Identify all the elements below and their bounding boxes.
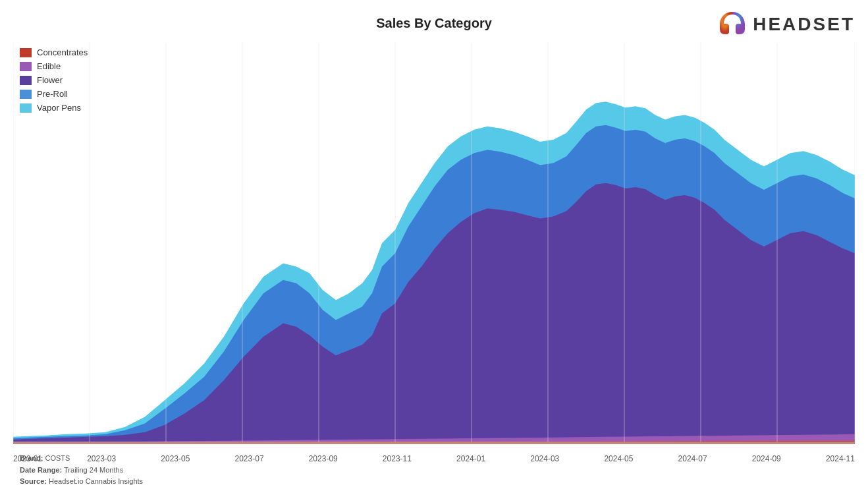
chart-area xyxy=(13,43,855,444)
x-label-7: 2024-03 xyxy=(530,454,559,463)
date-range-value: Trailing 24 Months xyxy=(64,466,123,474)
footer-date-range: Date Range: Trailing 24 Months xyxy=(20,465,143,477)
footer-info: Brand: COSTS Date Range: Trailing 24 Mon… xyxy=(20,453,143,488)
chart-title: Sales By Category xyxy=(0,16,868,31)
source-label: Source: xyxy=(20,477,47,485)
x-label-11: 2024-11 xyxy=(826,454,855,463)
x-label-6: 2024-01 xyxy=(456,454,485,463)
page-container: HEADSET Sales By Category Concentrates E… xyxy=(0,0,868,493)
x-label-9: 2024-07 xyxy=(678,454,707,463)
x-label-8: 2024-05 xyxy=(604,454,633,463)
footer-brand: Brand: COSTS xyxy=(20,453,143,465)
x-label-4: 2023-09 xyxy=(309,454,338,463)
brand-value: COSTS xyxy=(45,454,70,462)
source-value: Headset.io Cannabis Insights xyxy=(49,477,143,485)
x-label-5: 2023-11 xyxy=(383,454,412,463)
x-label-2: 2023-05 xyxy=(161,454,190,463)
footer-source: Source: Headset.io Cannabis Insights xyxy=(20,476,143,488)
date-range-label: Date Range: xyxy=(20,466,62,474)
x-label-10: 2024-09 xyxy=(752,454,781,463)
x-label-3: 2023-07 xyxy=(235,454,264,463)
brand-label: Brand: xyxy=(20,454,43,462)
chart-svg xyxy=(13,43,855,444)
